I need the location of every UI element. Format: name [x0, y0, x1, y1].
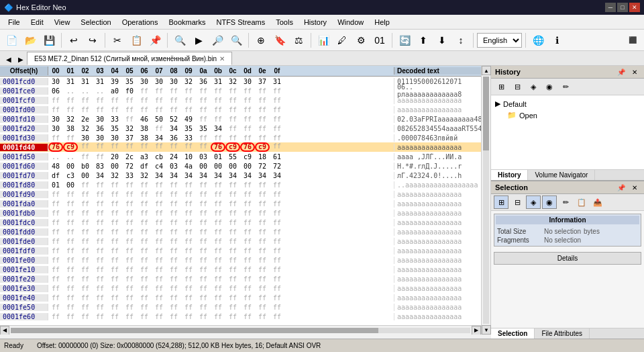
table-row[interactable]: 0001fd70 dfc3003432333234343434343434343…: [0, 171, 481, 180]
table-row[interactable]: 0001fdd0 fffffffffffffffffffffffffffffff…: [0, 227, 481, 236]
selection-close-btn[interactable]: ✕: [629, 183, 640, 192]
new-button[interactable]: 📄: [3, 32, 20, 49]
sel-edit-btn[interactable]: ✏: [558, 195, 573, 209]
sel-btn4[interactable]: ◉: [542, 195, 557, 209]
redo-button[interactable]: ↪: [84, 32, 101, 49]
info-button[interactable]: ℹ: [548, 32, 566, 49]
extra-btn3[interactable]: ⚙: [352, 32, 370, 49]
table-row[interactable]: 0001fd50 ....ffff202ca3cb2410030155c9186…: [0, 152, 481, 161]
history-pin-btn[interactable]: 📌: [616, 67, 627, 77]
zoom-in-button[interactable]: 🔎: [209, 32, 226, 49]
table-row[interactable]: 0001fd20 30383236353238ff34353534fffffff…: [0, 124, 481, 133]
details-button[interactable]: Details: [494, 252, 641, 265]
misc-btn3[interactable]: ⬇: [433, 32, 451, 49]
misc-btn4[interactable]: ↕: [452, 32, 470, 49]
undo-button[interactable]: ↩: [65, 32, 83, 49]
table-row[interactable]: 0001fd00 fffffffffffffffffffffffffffffff…: [0, 105, 481, 114]
sel-btn3[interactable]: ◈: [526, 195, 541, 209]
table-row-selected[interactable]: 0001fd40 76 c9 ffffffffffffffffff 76 c9 …: [0, 142, 481, 152]
web-button[interactable]: 🌐: [529, 32, 547, 49]
sel-copy-btn[interactable]: 📋: [574, 195, 589, 209]
table-row[interactable]: 0001fe60 fffffffffffffffffffffffffffffff…: [0, 312, 481, 321]
hex-body[interactable]: 0001fcd0 3031313139353030303236313230373…: [0, 77, 481, 325]
extra-btn1[interactable]: 📊: [315, 32, 332, 49]
hex-hscroll[interactable]: ◀ ▶: [0, 325, 481, 335]
table-row[interactable]: 0001fd60 4800b0830072dfc4034a00000000727…: [0, 161, 481, 171]
misc-btn2[interactable]: ⬆: [415, 32, 432, 49]
hist-btn5[interactable]: ✏: [558, 80, 573, 93]
vscroll-track[interactable]: [483, 77, 489, 324]
table-row[interactable]: 0001fe40 fffffffffffffffffffffffffffffff…: [0, 293, 481, 302]
menu-tools[interactable]: Tools: [270, 17, 299, 28]
sel-export-btn[interactable]: 📤: [590, 195, 605, 209]
table-row[interactable]: 0001fd30 ffff3030303738343633fffffffffff…: [0, 133, 481, 142]
menu-selection[interactable]: Selection: [75, 17, 116, 28]
tab-history[interactable]: History: [491, 170, 528, 180]
sel-btn2[interactable]: ⊟: [510, 195, 525, 209]
hist-btn2[interactable]: ⊟: [510, 80, 525, 93]
menu-history[interactable]: History: [299, 17, 332, 28]
history-open-item[interactable]: 📁 Open: [494, 109, 641, 121]
open-button[interactable]: 📂: [21, 32, 39, 49]
tab-file-attributes[interactable]: File Attributes: [535, 328, 590, 339]
paste-button[interactable]: 📌: [146, 32, 164, 49]
zoom-out-button[interactable]: 🔍: [227, 32, 245, 49]
find-next-button[interactable]: ▶: [190, 32, 207, 49]
vscrollbar[interactable]: ▲ ▼: [482, 66, 491, 335]
goto-button[interactable]: ⊕: [252, 32, 270, 49]
extra-btn2[interactable]: 🖊: [333, 32, 351, 49]
sel-btn1[interactable]: ⊞: [494, 195, 508, 209]
table-row[interactable]: 0001fe10 fffffffffffffffffffffffffffffff…: [0, 265, 481, 274]
scroll-left-btn[interactable]: ◀: [0, 326, 9, 335]
table-row[interactable]: 0001fcf0 fffffffffffffffffffffffffffffff…: [0, 95, 481, 105]
tab-nav-right[interactable]: ▶: [15, 53, 27, 65]
scroll-up-btn[interactable]: ▲: [482, 66, 491, 75]
hist-btn3[interactable]: ◈: [526, 80, 541, 93]
history-default-item[interactable]: ▶ Default: [494, 98, 641, 109]
table-row[interactable]: 0001fd80 0100fffffffffffffffffffffffffff…: [0, 180, 481, 189]
scroll-right-btn[interactable]: ▶: [472, 326, 481, 335]
table-row[interactable]: 0001fe00 fffffffffffffffffffffffffffffff…: [0, 255, 481, 265]
hist-btn1[interactable]: ⊞: [494, 80, 508, 93]
table-row[interactable]: 0001fde0 fffffffffffffffffffffffffffffff…: [0, 236, 481, 246]
table-row[interactable]: 0001fd10 30322e3033ff46505249fffffffffff…: [0, 114, 481, 124]
close-button[interactable]: ✕: [629, 3, 640, 12]
scrollbar-track[interactable]: [11, 328, 470, 333]
extra-btn4[interactable]: 01: [371, 32, 388, 49]
menu-edit[interactable]: Edit: [25, 17, 49, 28]
vscroll-thumb[interactable]: [483, 77, 489, 150]
search-button[interactable]: 🔍: [171, 32, 189, 49]
tab-close-icon[interactable]: ✕: [219, 55, 225, 62]
menu-ntfs-streams[interactable]: NTFS Streams: [211, 17, 270, 28]
table-row[interactable]: 0001fe50 fffffffffffffffffffffffffffffff…: [0, 302, 481, 312]
scroll-down-btn[interactable]: ▼: [482, 325, 491, 335]
tab-nav-left[interactable]: ◀: [3, 53, 15, 65]
menu-help[interactable]: Help: [369, 17, 395, 28]
selection-pin-btn[interactable]: 📌: [616, 183, 627, 192]
tab-selection[interactable]: Selection: [491, 328, 535, 339]
table-row[interactable]: 0001fe20 fffffffffffffffffffffffffffffff…: [0, 274, 481, 283]
compare-button[interactable]: ⚖: [290, 32, 307, 49]
main-tab[interactable]: E53 ME7.2_Dinan 512 (Слитый мной, изменё…: [27, 52, 232, 65]
menu-file[interactable]: File: [3, 17, 25, 28]
table-row[interactable]: 0001fdc0 fffffffffffffffffffffffffffffff…: [0, 218, 481, 227]
menu-bookmarks[interactable]: Bookmarks: [163, 17, 211, 28]
history-close-btn[interactable]: ✕: [629, 67, 640, 77]
dock-button[interactable]: ⬛: [624, 32, 641, 49]
hist-btn4[interactable]: ◉: [542, 80, 557, 93]
tab-volume-navigator[interactable]: Volume Navigator: [528, 170, 595, 180]
table-row[interactable]: 0001fe30 fffffffffffffffffffffffffffffff…: [0, 283, 481, 293]
menu-window[interactable]: Window: [332, 17, 369, 28]
table-row[interactable]: 0001fce0 06......a0f0fffffffffffffffffff…: [0, 86, 481, 95]
misc-btn1[interactable]: 🔄: [396, 32, 413, 49]
menu-operations[interactable]: Operations: [117, 17, 164, 28]
bookmark-button[interactable]: 🔖: [271, 32, 288, 49]
table-row[interactable]: 0001fdb0 fffffffffffffffffffffffffffffff…: [0, 208, 481, 218]
save-button[interactable]: 💾: [40, 32, 58, 49]
table-row[interactable]: 0001fda0 fffffffffffffffffffffffffffffff…: [0, 199, 481, 208]
copy-button[interactable]: 📋: [127, 32, 145, 49]
cut-button[interactable]: ✂: [109, 32, 126, 49]
menu-view[interactable]: View: [49, 17, 76, 28]
maximize-button[interactable]: □: [617, 3, 628, 12]
scrollbar-thumb[interactable]: [11, 328, 378, 333]
